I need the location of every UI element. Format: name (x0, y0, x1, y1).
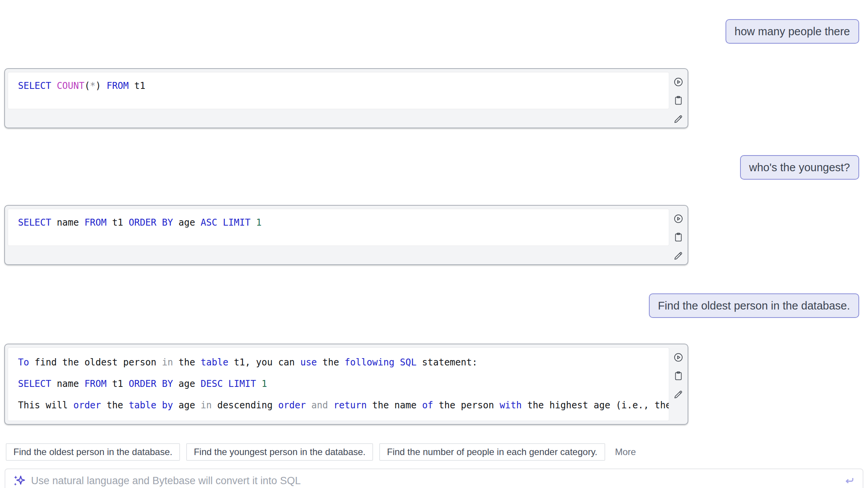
sparkles-icon (13, 474, 26, 487)
suggestion-chip[interactable]: Find the number of people in each gender… (379, 443, 605, 461)
user-message-bubble: how many people there (726, 19, 859, 44)
sql-code-line: This will order the table by age in desc… (18, 395, 659, 416)
suggestion-chip[interactable]: Find the youngest person in the database… (186, 443, 373, 461)
sql-action-toolbar (671, 77, 685, 124)
clipboard-icon (673, 370, 684, 381)
play-circle-icon (673, 77, 684, 87)
edit-sql-button[interactable] (673, 250, 684, 261)
copy-sql-button[interactable] (673, 370, 684, 381)
suggestion-chips-row: Find the oldest person in the database. … (6, 443, 868, 461)
sql-action-toolbar (671, 352, 685, 400)
submit-query-button[interactable] (843, 474, 856, 487)
sql-response-card: SELECT COUNT(*) FROM t1 (4, 68, 688, 128)
sql-code-line: To find the oldest person in the table t… (18, 352, 659, 373)
copy-sql-button[interactable] (673, 232, 684, 242)
user-message-bubble: Find the oldest person in the database. (649, 293, 859, 318)
sql-action-toolbar (671, 213, 685, 261)
sql-code-line: SELECT name FROM t1 ORDER BY age DESC LI… (18, 373, 659, 395)
pencil-icon (673, 113, 684, 124)
sql-code-line: SELECT name FROM t1 ORDER BY age ASC LIM… (18, 217, 659, 228)
sql-response-card: SELECT name FROM t1 ORDER BY age ASC LIM… (4, 205, 688, 265)
play-circle-icon (673, 213, 684, 224)
pencil-icon (673, 389, 684, 400)
user-message-row: who's the youngest? (0, 155, 868, 180)
run-query-button[interactable] (673, 213, 684, 224)
suggestion-chip[interactable]: Find the oldest person in the database. (6, 443, 180, 461)
clipboard-icon (673, 95, 684, 106)
return-icon (843, 474, 856, 487)
edit-sql-button[interactable] (673, 113, 684, 124)
nl-query-input-bar (5, 468, 863, 488)
edit-sql-button[interactable] (673, 389, 684, 400)
sql-chat-page: how many people there SELECT COUNT(*) FR… (0, 0, 868, 488)
sql-code-editor[interactable]: SELECT name FROM t1 ORDER BY age ASC LIM… (8, 209, 669, 246)
sql-code-editor[interactable]: SELECT COUNT(*) FROM t1 (8, 72, 669, 109)
user-message-row: how many people there (0, 19, 868, 44)
user-message-row: Find the oldest person in the database. (0, 293, 868, 318)
sql-response-card: To find the oldest person in the table t… (4, 344, 688, 425)
copy-sql-button[interactable] (673, 95, 684, 106)
pencil-icon (673, 250, 684, 261)
sql-code-editor[interactable]: To find the oldest person in the table t… (8, 347, 669, 421)
nl-query-input[interactable] (31, 469, 838, 488)
run-query-button[interactable] (673, 77, 684, 87)
play-circle-icon (673, 352, 684, 363)
user-message-bubble: who's the youngest? (740, 155, 860, 180)
sql-code-line: SELECT COUNT(*) FROM t1 (18, 80, 659, 91)
run-query-button[interactable] (673, 352, 684, 363)
clipboard-icon (673, 232, 684, 242)
more-suggestions-button[interactable]: More (615, 447, 636, 457)
